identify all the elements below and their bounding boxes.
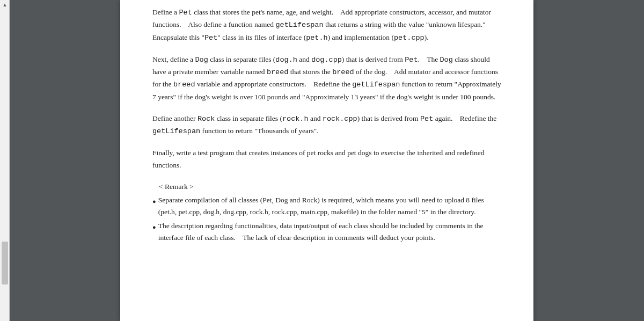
text: ) that is derived from [357, 114, 420, 122]
code-text: getLifespan [152, 127, 200, 135]
scrollbar-track[interactable]: ▲ [0, 0, 10, 321]
paragraph-pet-class: Define a Pet class that stores the pet's… [152, 6, 501, 44]
code-text: Pet [204, 34, 217, 42]
code-text: dog.h [275, 56, 297, 64]
text: Next, define a [152, 55, 195, 63]
text: class in separate files ( [208, 55, 276, 63]
code-text: Pet [405, 56, 418, 64]
scroll-up-arrow[interactable]: ▲ [0, 0, 10, 10]
text: variable and appropriate constructors. R… [195, 80, 353, 88]
text: ) that is derived from [342, 55, 405, 63]
code-text: dog.cpp [311, 56, 342, 64]
bullet-text: Separate compilation of all classes (Pet… [158, 194, 501, 218]
bullet-icon: ● [152, 196, 156, 206]
text: function to return "Thousands of years". [200, 127, 319, 135]
scroll-thumb[interactable] [2, 242, 8, 284]
remark-section: < Remark > ● Separate compilation of all… [152, 181, 501, 244]
text: Define a [152, 8, 179, 16]
code-text: breed [332, 68, 354, 76]
code-text: Dog [195, 56, 208, 64]
code-text: Pet [179, 9, 192, 17]
text: and [297, 55, 311, 63]
paragraph-dog-class: Next, define a Dog class in separate fil… [152, 54, 501, 103]
bullet-icon: ● [152, 222, 156, 232]
document-viewer: Define a Pet class that stores the pet's… [10, 0, 644, 321]
code-text: Rock [197, 115, 215, 123]
text: and [309, 114, 323, 122]
bullet-text: The description regarding functionalitie… [158, 220, 501, 244]
code-text: breed [173, 81, 195, 89]
code-text: Pet [420, 115, 433, 123]
code-text: rock.cpp [323, 115, 357, 123]
text: . The [418, 55, 440, 63]
text: " class in its files of interface ( [217, 33, 306, 41]
text: again. Redefine the [433, 114, 496, 122]
remark-bullet-2: ● The description regarding functionalit… [152, 220, 501, 244]
paragraph-test-program: Finally, write a test program that creat… [152, 147, 501, 171]
text: that stores the [288, 68, 332, 76]
code-text: rock.h [282, 115, 309, 123]
code-text: pet.h [306, 34, 328, 42]
text: class in separate files ( [215, 114, 282, 122]
text: ). [425, 33, 429, 41]
document-page: Define a Pet class that stores the pet's… [120, 0, 533, 321]
code-text: pet.cpp [394, 34, 425, 42]
code-text: getLifespan [275, 21, 323, 29]
code-text: Dog [440, 56, 453, 64]
code-text: breed [267, 68, 289, 76]
text: Finally, write a test program that creat… [152, 149, 484, 169]
remark-bullet-1: ● Separate compilation of all classes (P… [152, 194, 501, 218]
text: Define another [152, 114, 197, 122]
code-text: getLifespan [352, 81, 400, 89]
remark-heading: < Remark > [159, 181, 501, 193]
text: ) and implementation ( [328, 33, 394, 41]
paragraph-rock-class: Define another Rock class in separate fi… [152, 113, 501, 138]
